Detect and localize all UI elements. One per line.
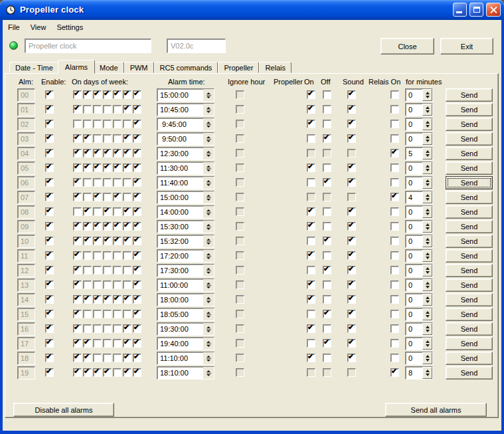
weekday-2-checkbox[interactable]: ✔ xyxy=(83,295,92,304)
weekday-5-checkbox[interactable] xyxy=(113,339,122,348)
propeller-off-checkbox[interactable]: ✔ xyxy=(323,339,331,348)
minutes-input[interactable]: 8 xyxy=(405,366,433,380)
weekday-1-checkbox[interactable]: ✔ xyxy=(73,266,82,274)
send-button[interactable]: Send xyxy=(446,118,493,131)
propeller-off-checkbox[interactable] xyxy=(323,207,331,216)
enable-checkbox[interactable]: ✔ xyxy=(45,280,54,289)
send-button[interactable]: Send xyxy=(446,352,493,365)
alarm-time-input[interactable]: 11:00:00 xyxy=(157,278,214,292)
enable-checkbox[interactable]: ✔ xyxy=(45,368,54,377)
minutes-input[interactable]: 5 xyxy=(405,147,433,160)
send-button[interactable]: Send xyxy=(446,264,493,277)
relais-on-checkbox[interactable] xyxy=(390,105,399,114)
relais-on-checkbox[interactable] xyxy=(390,354,399,362)
weekday-5-checkbox[interactable] xyxy=(113,178,122,187)
weekday-1-checkbox[interactable]: ✔ xyxy=(73,280,82,289)
weekday-1-checkbox[interactable] xyxy=(73,120,82,128)
enable-checkbox[interactable]: ✔ xyxy=(45,149,54,158)
propeller-off-checkbox[interactable] xyxy=(323,120,331,128)
weekday-1-checkbox[interactable]: ✔ xyxy=(73,237,82,245)
enable-checkbox[interactable]: ✔ xyxy=(45,193,54,201)
time-spinner[interactable] xyxy=(203,352,214,364)
weekday-1-checkbox[interactable]: ✔ xyxy=(73,105,82,114)
alarm-time-input[interactable]: 15:32:00 xyxy=(157,235,214,248)
sound-checkbox[interactable]: ✔ xyxy=(347,207,356,216)
weekday-6-checkbox[interactable] xyxy=(123,310,131,318)
alarm-time-input[interactable]: 12:30:00 xyxy=(157,147,214,160)
weekday-4-checkbox[interactable] xyxy=(103,178,112,187)
minutes-spinner[interactable] xyxy=(422,308,432,320)
minutes-input[interactable]: 0 xyxy=(405,308,433,321)
minutes-spinner[interactable] xyxy=(422,265,432,276)
send-button[interactable]: Send xyxy=(446,366,493,380)
weekday-4-checkbox[interactable] xyxy=(103,280,112,289)
weekday-5-checkbox[interactable] xyxy=(113,105,122,114)
weekday-2-checkbox[interactable] xyxy=(83,280,92,289)
weekday-5-checkbox[interactable]: ✔ xyxy=(113,163,122,172)
minutes-input[interactable]: 0 xyxy=(405,220,433,233)
enable-checkbox[interactable]: ✔ xyxy=(45,90,54,99)
weekday-5-checkbox[interactable] xyxy=(113,266,122,274)
tab-propeller[interactable]: Propeller xyxy=(218,62,259,73)
alarm-time-input[interactable]: 17:20:00 xyxy=(157,249,214,263)
time-spinner[interactable] xyxy=(203,133,214,145)
weekday-4-checkbox[interactable]: ✔ xyxy=(103,163,112,172)
weekday-5-checkbox[interactable] xyxy=(113,251,122,260)
alarm-time-input[interactable]: 15:00:00 xyxy=(157,191,214,204)
weekday-3-checkbox[interactable]: ✔ xyxy=(93,90,102,99)
weekday-7-checkbox[interactable]: ✔ xyxy=(133,280,141,289)
weekday-4-checkbox[interactable] xyxy=(103,310,112,318)
minutes-input[interactable]: 0 xyxy=(405,132,433,146)
weekday-1-checkbox[interactable]: ✔ xyxy=(73,193,82,201)
send-button[interactable]: Send xyxy=(446,278,493,292)
enable-checkbox[interactable]: ✔ xyxy=(45,207,54,216)
weekday-1-checkbox[interactable]: ✔ xyxy=(73,251,82,260)
propeller-off-checkbox[interactable]: ✔ xyxy=(323,310,331,318)
enable-checkbox[interactable]: ✔ xyxy=(45,295,54,304)
weekday-4-checkbox[interactable] xyxy=(103,193,112,201)
relais-on-checkbox[interactable]: ✔ xyxy=(390,149,399,158)
alarm-time-input[interactable]: 18:05:00 xyxy=(157,308,214,321)
send-button[interactable]: Send xyxy=(446,103,493,116)
propeller-off-checkbox[interactable] xyxy=(323,295,331,304)
weekday-7-checkbox[interactable]: ✔ xyxy=(133,295,141,304)
propeller-on-checkbox[interactable]: ✔ xyxy=(307,251,315,260)
send-button[interactable]: Send xyxy=(446,337,493,350)
minutes-spinner[interactable] xyxy=(422,162,432,174)
disable-all-alarms-button[interactable]: Disable all alarms xyxy=(13,403,114,417)
minutes-spinner[interactable] xyxy=(422,148,432,160)
sound-checkbox[interactable]: ✔ xyxy=(347,222,356,231)
relais-on-checkbox[interactable] xyxy=(390,339,399,348)
weekday-3-checkbox[interactable] xyxy=(93,280,102,289)
enable-checkbox[interactable]: ✔ xyxy=(45,354,54,362)
enable-checkbox[interactable]: ✔ xyxy=(45,120,54,128)
weekday-2-checkbox[interactable] xyxy=(83,310,92,318)
weekday-6-checkbox[interactable]: ✔ xyxy=(123,90,131,99)
propeller-on-checkbox[interactable] xyxy=(307,310,315,318)
weekday-1-checkbox[interactable]: ✔ xyxy=(73,134,82,143)
propeller-off-checkbox[interactable] xyxy=(323,251,331,260)
enable-checkbox[interactable]: ✔ xyxy=(45,222,54,231)
minutes-input[interactable]: 0 xyxy=(405,322,433,336)
weekday-4-checkbox[interactable]: ✔ xyxy=(103,90,112,99)
minutes-input[interactable]: 0 xyxy=(405,235,433,248)
alarm-time-input[interactable]: 19:40:00 xyxy=(157,337,214,350)
minutes-input[interactable]: 0 xyxy=(405,88,433,102)
sound-checkbox[interactable]: ✔ xyxy=(347,237,356,245)
weekday-1-checkbox[interactable]: ✔ xyxy=(73,295,82,304)
weekday-1-checkbox[interactable]: ✔ xyxy=(73,163,82,172)
weekday-5-checkbox[interactable]: ✔ xyxy=(113,90,122,99)
minutes-input[interactable]: 4 xyxy=(405,191,433,204)
weekday-7-checkbox[interactable]: ✔ xyxy=(133,163,141,172)
weekday-6-checkbox[interactable]: ✔ xyxy=(123,368,131,377)
minutes-input[interactable]: 0 xyxy=(405,249,433,263)
minutes-spinner[interactable] xyxy=(422,235,432,247)
propeller-off-checkbox[interactable]: ✔ xyxy=(323,237,331,245)
time-spinner[interactable] xyxy=(203,338,214,350)
relais-on-checkbox[interactable] xyxy=(390,222,399,231)
enable-checkbox[interactable]: ✔ xyxy=(45,237,54,245)
relais-on-checkbox[interactable] xyxy=(390,280,399,289)
weekday-1-checkbox[interactable]: ✔ xyxy=(73,222,82,231)
minutes-input[interactable]: 0 xyxy=(405,176,433,189)
weekday-1-checkbox[interactable]: ✔ xyxy=(73,339,82,348)
